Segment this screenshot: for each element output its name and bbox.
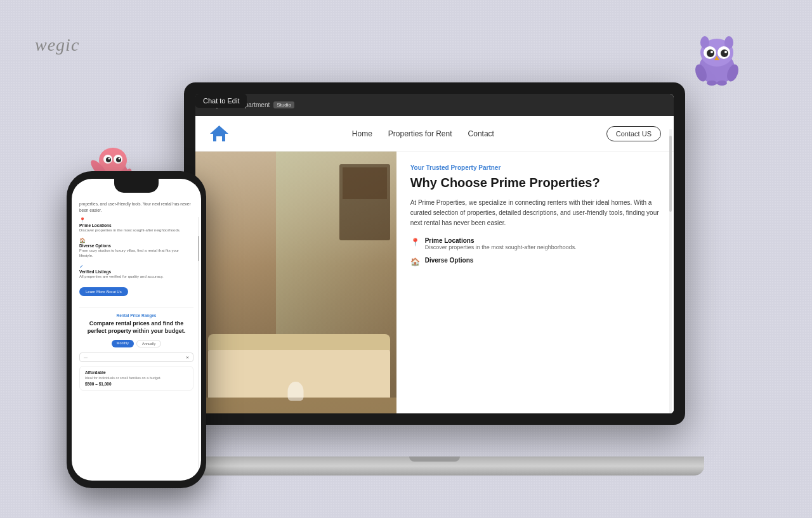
- svg-point-6: [707, 49, 714, 57]
- feature-desc: Discover properties in the most sought-a…: [425, 244, 577, 250]
- wegic-logo: wegic: [35, 35, 79, 55]
- main-content: Your Trusted Property Partner Why Choose…: [195, 152, 674, 413]
- card-title: Affordable: [85, 370, 188, 375]
- phone-pricing-card: Affordable Ideal for individuals or smal…: [79, 366, 193, 391]
- scroll-thumb: [669, 136, 672, 212]
- feature-title-2: Diverse Options: [425, 257, 474, 264]
- phone-location-icon: 📍: [79, 217, 193, 223]
- website-navigation: Home Properties for Rent Contact Contact…: [195, 116, 674, 152]
- phone-feature-desc-1: Discover properties in the most sought-a…: [79, 228, 193, 233]
- owl-mascot: [695, 35, 739, 86]
- laptop-content: Cozy Studio Apartment Studio Home Proper…: [195, 94, 674, 413]
- scrollbar[interactable]: [669, 129, 672, 413]
- svg-point-14: [717, 81, 727, 86]
- card-desc: Ideal for individuals or small families …: [85, 376, 188, 380]
- phone-feature-locations: 📍 Prime Locations Discover properties in…: [79, 217, 193, 233]
- phone-feature-desc-3: All properties are verified for quality …: [79, 274, 193, 279]
- phone-feature-title-1: Prime Locations: [79, 223, 193, 228]
- annually-toggle[interactable]: Annually: [136, 340, 161, 347]
- phone-pricing-label: Rental Price Ranges: [79, 313, 193, 318]
- feature-prime-locations: 📍 Prime Locations Discover properties in…: [410, 237, 660, 250]
- svg-point-22: [119, 158, 121, 160]
- phone-pricing-heading: Compare rental prices and find the perfe…: [79, 320, 193, 335]
- laptop-screen: Chat to Edit Cozy Studio Apartment Studi…: [184, 82, 685, 425]
- property-image: [195, 152, 396, 413]
- phone-feature-diverse: 🏠 Diverse Options From cozy studios to l…: [79, 238, 193, 259]
- phone-divider: [79, 308, 193, 308]
- phone-home-icon: 🏠: [79, 238, 193, 243]
- dropdown-close: ✕: [186, 355, 189, 359]
- trusted-label: Your Trusted Property Partner: [410, 164, 660, 171]
- property-tag: Studio: [273, 101, 294, 108]
- svg-marker-29: [210, 126, 228, 134]
- chat-to-edit-badge[interactable]: Chat to Edit: [195, 94, 247, 108]
- location-icon: 📍: [410, 238, 420, 247]
- feature-diverse-options: 🏠 Diverse Options: [410, 257, 660, 266]
- main-heading: Why Choose Prime Properties?: [410, 175, 660, 190]
- card-price: $500 – $1,000: [85, 382, 188, 386]
- phone-screen: properties, and user-friendly tools. You…: [72, 179, 201, 481]
- dropdown-label: —: [84, 356, 88, 359]
- phone-feature-verified: ✓ Verified Listings All properties are v…: [79, 264, 193, 279]
- svg-point-21: [108, 158, 110, 160]
- property-info-panel: Your Trusted Property Partner Why Choose…: [396, 152, 674, 413]
- feature-title: Prime Locations: [425, 237, 577, 244]
- room-photo: [195, 152, 396, 413]
- phone-feature-desc-2: From cozy studios to luxury villas, find…: [79, 248, 193, 259]
- svg-point-9: [724, 51, 727, 53]
- property-preview-bar: Cozy Studio Apartment Studio: [195, 94, 674, 116]
- contact-us-button[interactable]: Contact US: [606, 126, 661, 141]
- phone-learn-btn[interactable]: Learn More About Us: [79, 287, 128, 296]
- hero-description: At Prime Properties, we specialize in co…: [410, 198, 660, 228]
- svg-rect-31: [216, 136, 222, 141]
- svg-point-13: [707, 81, 717, 86]
- phone-notch: [114, 179, 159, 193]
- nav-links: Home Properties for Rent Contact: [240, 129, 606, 138]
- phone-verified-icon: ✓: [79, 264, 193, 269]
- phone-pricing-toggle: Monthly Annually: [79, 340, 193, 347]
- nav-contact[interactable]: Contact: [468, 129, 494, 138]
- nav-home[interactable]: Home: [352, 129, 372, 138]
- svg-point-7: [721, 49, 728, 57]
- phone-feature-title-3: Verified Listings: [79, 269, 193, 274]
- phone-frame: properties, and user-friendly tools. You…: [67, 171, 206, 488]
- phone-feature-title-2: Diverse Options: [79, 243, 193, 248]
- nav-properties[interactable]: Properties for Rent: [388, 129, 452, 138]
- home-icon: 🏠: [410, 257, 420, 266]
- phone-scroll-thumb: [198, 236, 199, 261]
- laptop-base: [165, 456, 704, 476]
- svg-point-8: [710, 51, 713, 53]
- plan-dropdown[interactable]: — ✕: [79, 353, 193, 362]
- phone-scrollbar[interactable]: [198, 217, 199, 468]
- phone-intro-text: properties, and user-friendly tools. You…: [79, 201, 193, 214]
- monthly-toggle[interactable]: Monthly: [112, 340, 134, 347]
- phone-device: properties, and user-friendly tools. You…: [67, 171, 206, 488]
- phone-content: properties, and user-friendly tools. You…: [72, 179, 201, 481]
- site-logo-icon: [208, 122, 230, 145]
- laptop-device: Chat to Edit Cozy Studio Apartment Studi…: [184, 82, 691, 476]
